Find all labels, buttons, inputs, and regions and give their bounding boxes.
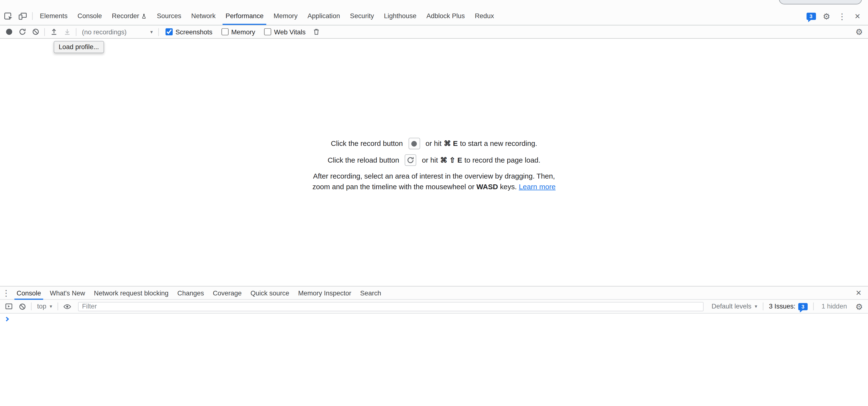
clear-recordings-button[interactable]: [29, 26, 42, 38]
tab-memory[interactable]: Memory: [269, 7, 303, 25]
tab-console[interactable]: Console: [73, 7, 107, 25]
tab-label: Coverage: [213, 289, 242, 297]
drawer-tab-bar: ⋮ Console What's New Network request blo…: [0, 286, 868, 300]
tab-label: Memory Inspector: [298, 289, 351, 297]
tab-label: Search: [360, 289, 381, 297]
delete-recording-button[interactable]: [310, 26, 323, 38]
reload-icon: [19, 28, 26, 36]
web-vitals-checkbox[interactable]: Web Vitals: [264, 28, 305, 36]
drawer-tab-changes[interactable]: Changes: [173, 286, 208, 300]
tab-performance[interactable]: Performance: [221, 7, 269, 25]
memory-checkbox-input[interactable]: [221, 28, 228, 36]
tab-sources[interactable]: Sources: [152, 7, 186, 25]
drawer-tab-whats-new[interactable]: What's New: [45, 286, 90, 300]
download-icon: [63, 28, 71, 36]
javascript-context-select[interactable]: top ▾: [34, 302, 56, 310]
tab-label: Recorder: [112, 12, 139, 20]
load-profile-tooltip: Load profile...: [54, 41, 104, 53]
log-levels-select[interactable]: Default levels ▾: [708, 302, 761, 310]
issues-bubble-icon: 3: [798, 303, 808, 310]
screenshots-label: Screenshots: [176, 28, 212, 36]
record-button[interactable]: [2, 26, 16, 38]
hint-line2-pre: zoom and pan the timeline with the mouse…: [312, 182, 476, 191]
tab-lighthouse[interactable]: Lighthouse: [379, 7, 422, 25]
issues-status[interactable]: 3 Issues: 3: [766, 302, 811, 310]
drawer-tab-search[interactable]: Search: [356, 286, 386, 300]
reload-instruction-mid: or hit: [422, 156, 438, 164]
reload-shortcut-keys: ⌘ ⇧ E: [440, 156, 462, 164]
flask-icon: [142, 13, 147, 19]
performance-panel: Load profile... Click the record button …: [0, 39, 868, 286]
screenshots-checkbox[interactable]: Screenshots: [165, 28, 212, 36]
clear-console-icon[interactable]: [16, 300, 29, 312]
devtools-main-toolbar: Elements Console Recorder Sources Networ…: [0, 0, 868, 25]
tab-label: Application: [308, 12, 340, 20]
chevron-down-icon: ▾: [50, 304, 52, 309]
learn-more-link[interactable]: Learn more: [519, 182, 556, 191]
web-vitals-checkbox-input[interactable]: [264, 28, 271, 36]
tab-application[interactable]: Application: [303, 7, 345, 25]
tab-elements[interactable]: Elements: [35, 7, 73, 25]
main-toolbar-inner: Elements Console Recorder Sources Networ…: [0, 7, 868, 25]
memory-checkbox[interactable]: Memory: [221, 28, 255, 36]
tooltip-text: Load profile...: [59, 43, 99, 51]
issues-counter[interactable]: 3: [804, 9, 818, 23]
tab-label: Memory: [274, 12, 298, 20]
issues-bubble-icon: 3: [806, 12, 816, 20]
inspect-element-icon[interactable]: [1, 9, 16, 23]
console-filter-input[interactable]: [78, 302, 704, 311]
save-profile-button[interactable]: [60, 26, 73, 38]
block-icon: [32, 28, 39, 36]
drawer-more-tools-icon[interactable]: ⋮: [0, 286, 12, 300]
toolbar-divider: [76, 28, 76, 36]
toolbar-divider: [813, 302, 814, 310]
recordings-select[interactable]: (no recordings) ▾: [79, 28, 156, 36]
close-devtools-icon[interactable]: ×: [850, 9, 865, 23]
console-prompt-row[interactable]: [0, 313, 868, 325]
tab-label: Console: [17, 289, 41, 297]
create-live-expression-icon[interactable]: [61, 300, 74, 312]
record-instruction-pre: Click the record button: [331, 140, 403, 148]
drawer: ⋮ Console What's New Network request blo…: [0, 286, 868, 406]
tab-label: What's New: [50, 289, 85, 297]
screenshots-checkbox-input[interactable]: [165, 28, 173, 36]
inline-reload-button[interactable]: [405, 155, 416, 166]
toolbar-divider: [158, 28, 159, 36]
tab-label: Changes: [177, 289, 204, 297]
drawer-tab-console[interactable]: Console: [12, 286, 45, 300]
tab-label: Quick source: [250, 289, 289, 297]
drawer-tab-quick-source[interactable]: Quick source: [246, 286, 294, 300]
drawer-tab-coverage[interactable]: Coverage: [208, 286, 246, 300]
tab-security[interactable]: Security: [345, 7, 379, 25]
context-select-value: top: [37, 302, 46, 310]
console-settings-gear-icon[interactable]: ⚙: [852, 300, 866, 312]
chevron-down-icon: ▾: [150, 29, 153, 35]
tab-label: Console: [78, 12, 102, 20]
reload-instruction-post: to record the page load.: [464, 156, 540, 164]
inline-record-button[interactable]: [408, 138, 420, 149]
console-messages-area[interactable]: [0, 313, 868, 406]
load-profile-button[interactable]: [47, 26, 60, 38]
issues-count: 3: [801, 303, 804, 309]
console-sidebar-toggle-icon[interactable]: [2, 300, 16, 312]
close-drawer-icon[interactable]: ×: [851, 286, 866, 300]
more-options-icon[interactable]: ⋮: [835, 9, 849, 23]
tab-redux[interactable]: Redux: [470, 7, 499, 25]
tab-adblock-plus[interactable]: Adblock Plus: [422, 7, 470, 25]
tab-recorder[interactable]: Recorder: [107, 7, 152, 25]
reload-and-record-button[interactable]: [16, 26, 29, 38]
capture-settings-gear-icon[interactable]: ⚙: [852, 26, 866, 38]
console-prompt-chevron-icon: [4, 317, 9, 321]
issues-status-label: 3 Issues:: [769, 302, 796, 310]
drawer-tab-network-request-blocking[interactable]: Network request blocking: [90, 286, 173, 300]
toolbar-divider: [32, 12, 33, 20]
drawer-tab-memory-inspector[interactable]: Memory Inspector: [294, 286, 356, 300]
issues-count: 3: [810, 13, 812, 19]
tab-label: Network request blocking: [94, 289, 168, 297]
record-instruction-line: Click the record button or hit ⌘ E to st…: [312, 138, 556, 149]
web-vitals-label: Web Vitals: [274, 28, 306, 36]
settings-gear-icon[interactable]: ⚙: [819, 9, 834, 23]
chevron-down-icon: ▾: [755, 304, 757, 309]
tab-network[interactable]: Network: [186, 7, 221, 25]
device-toolbar-icon[interactable]: [16, 9, 30, 23]
